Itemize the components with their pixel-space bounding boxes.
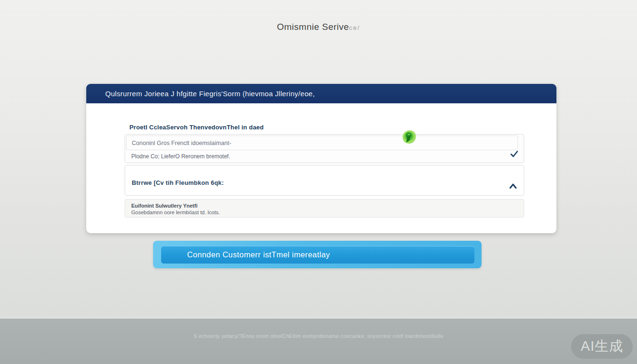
primary-input[interactable]: Cononinl Gros Frenclt idoemslaimant- (126, 136, 518, 150)
ai-generated-watermark: AI生成 (571, 334, 633, 359)
primary-input-value: Cononinl Gros Frenclt idoemslaimant- (132, 140, 231, 146)
selection-group: Cononinl Gros Frenclt idoemslaimant- Plo… (125, 134, 524, 163)
chevron-up-icon[interactable] (509, 183, 517, 189)
page-title-text: Omismnie Serive (277, 22, 349, 32)
selected-option-label: Plodne Co; LieferO Reronem bremotef. (131, 153, 230, 160)
page-title: Omismnie Serivece/ (0, 22, 637, 32)
selected-option-row[interactable]: Plodne Co; LieferO Reronem bremotef. (125, 150, 524, 163)
info-note-title: Euifonint Sulwutlery Ynetfi (131, 202, 524, 209)
check-icon (510, 149, 519, 159)
page-title-suffix: ce/ (349, 24, 360, 31)
info-note-body: Gosebdamnn oore lermböast td. Icots. (131, 209, 524, 216)
main-dialog-card: Qulsrurrem Jorieea J hfgitte Fiegris'Sor… (86, 84, 556, 233)
dialog-title: Qulsrurrem Jorieea J hfgitte Fiegris'Sor… (105, 90, 315, 98)
collapsible-section[interactable]: Btrrwe [Cv tih Fleumbkon 6qk: (125, 165, 524, 196)
footer-legal-text: S echoerty yetacy/?Enno enott olnolChEtl… (0, 333, 637, 339)
page-background: Omismnie Serivece/ Qulsrurrem Jorieea J … (0, 0, 637, 364)
info-note: Euifonint Sulwutlery Ynetfi Gosebdamnn o… (125, 199, 524, 218)
leaf-badge-icon (402, 130, 417, 145)
page-footer: S echoerty yetacy/?Enno enott olnolChEtl… (0, 318, 637, 364)
confirm-button-container: Connden Customerr istTmel imereatlay (153, 241, 482, 268)
collapsible-section-label: Btrrwe [Cv tih Fleumbkon 6qk: (132, 179, 224, 186)
confirm-button[interactable]: Connden Customerr istTmel imereatlay (161, 246, 474, 264)
section-label: Proetl CcleaServoh ThenvedovnThel in dae… (129, 124, 264, 131)
watermark-label: AI生成 (581, 337, 623, 356)
dialog-header: Qulsrurrem Jorieea J hfgitte Fiegris'Sor… (86, 84, 556, 103)
